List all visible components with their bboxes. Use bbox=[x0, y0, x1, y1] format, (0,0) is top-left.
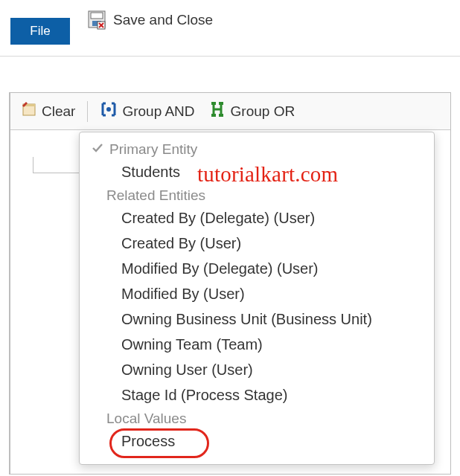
dropdown-item[interactable]: Owning Business Unit (Business Unit) bbox=[80, 306, 434, 332]
save-close-label: Save and Close bbox=[113, 12, 213, 28]
section-related-label: Related Entities bbox=[106, 187, 205, 204]
dropdown-item-label: Created By (Delegate) (User) bbox=[121, 210, 315, 226]
clear-label: Clear bbox=[42, 103, 75, 120]
dropdown-item[interactable]: Modified By (Delegate) (User) bbox=[80, 256, 434, 281]
group-or-label: Group OR bbox=[231, 103, 296, 120]
dropdown-item-label: Owning Team (Team) bbox=[121, 336, 263, 353]
dropdown-item-label: Students bbox=[121, 164, 180, 180]
section-primary-label: Primary Entity bbox=[109, 141, 197, 158]
file-tab[interactable]: File bbox=[10, 18, 70, 45]
canvas: Primary Entity Students Related Entities… bbox=[10, 130, 450, 474]
ribbon: File Save and Close bbox=[0, 0, 460, 57]
svg-rect-10 bbox=[219, 102, 223, 105]
dropdown-item[interactable]: Owning User (User) bbox=[80, 357, 434, 382]
dropdown-item-label: Owning User (User) bbox=[121, 361, 253, 378]
svg-rect-11 bbox=[211, 114, 216, 117]
svg-rect-9 bbox=[211, 102, 216, 105]
save-and-close-button[interactable]: Save and Close bbox=[88, 10, 213, 30]
dropdown-item[interactable]: Created By (Delegate) (User) bbox=[80, 205, 434, 231]
row-stub bbox=[33, 157, 79, 173]
svg-rect-12 bbox=[219, 114, 223, 117]
svg-point-8 bbox=[106, 107, 111, 112]
entity-dropdown: Primary Entity Students Related Entities… bbox=[79, 132, 435, 465]
dropdown-item-label: Modified By (User) bbox=[121, 286, 245, 302]
group-or-button[interactable]: Group OR bbox=[204, 99, 300, 123]
dropdown-item-label: Stage Id (Process Stage) bbox=[121, 387, 287, 403]
dropdown-item-label: Modified By (Delegate) (User) bbox=[121, 260, 319, 277]
toolbar-separator bbox=[87, 101, 88, 122]
clear-icon bbox=[21, 101, 37, 121]
dropdown-section-local: Local Values bbox=[80, 408, 434, 428]
dropdown-item-process[interactable]: Process bbox=[80, 428, 434, 454]
dropdown-item-label: Process bbox=[121, 433, 175, 449]
group-and-icon bbox=[100, 101, 118, 121]
toolbar: Clear Group AND Group bbox=[10, 93, 450, 130]
dropdown-section-related: Related Entities bbox=[80, 184, 434, 205]
svg-rect-1 bbox=[91, 13, 103, 19]
dropdown-item[interactable]: Stage Id (Process Stage) bbox=[80, 382, 434, 408]
save-close-icon bbox=[88, 10, 107, 30]
check-icon bbox=[92, 141, 103, 158]
group-and-label: Group AND bbox=[122, 103, 194, 120]
dropdown-item[interactable]: Students bbox=[80, 159, 434, 184]
dropdown-item[interactable]: Created By (User) bbox=[80, 231, 434, 256]
section-local-label: Local Values bbox=[106, 411, 186, 427]
dropdown-item[interactable]: Owning Team (Team) bbox=[80, 332, 434, 357]
clear-button[interactable]: Clear bbox=[16, 99, 80, 123]
dropdown-section-primary: Primary Entity bbox=[80, 138, 434, 159]
workspace: Clear Group AND Group bbox=[9, 92, 451, 475]
dropdown-item-label: Created By (User) bbox=[121, 235, 241, 251]
group-and-button[interactable]: Group AND bbox=[95, 99, 199, 123]
file-tab-label: File bbox=[30, 24, 50, 38]
dropdown-item-label: Owning Business Unit (Business Unit) bbox=[121, 311, 372, 327]
group-or-icon bbox=[208, 101, 226, 121]
dropdown-item[interactable]: Modified By (User) bbox=[80, 281, 434, 306]
